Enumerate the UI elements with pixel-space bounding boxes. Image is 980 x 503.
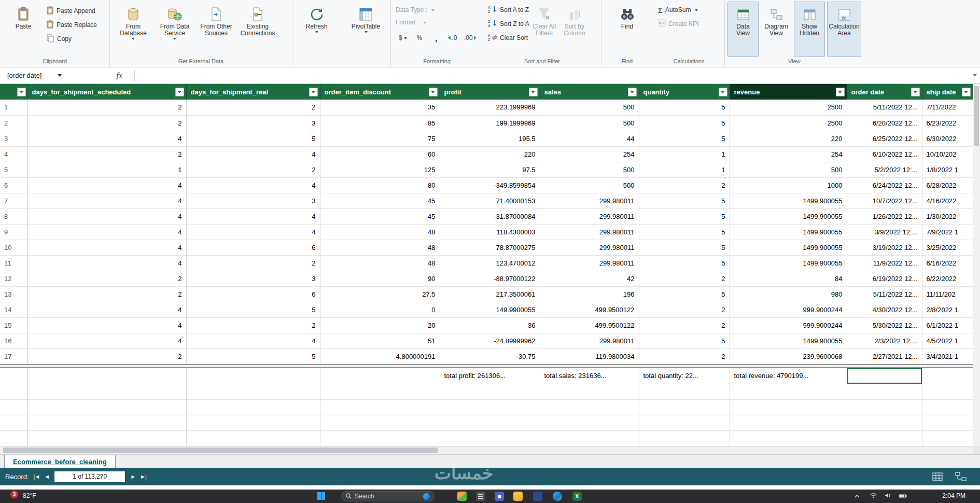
cell[interactable]: 4 [186,208,320,224]
cell[interactable]: 5 [186,131,320,146]
cell[interactable]: 51 [320,333,440,348]
cell[interactable]: 6/25/2022 12... [847,131,922,146]
filter-dropdown-icon[interactable] [175,88,184,96]
calc-cell[interactable] [27,415,186,430]
column-header-days-for-shipment-scheduled[interactable]: days_for_shipment_scheduled [27,84,186,100]
cell[interactable]: -24.89999962 [440,333,540,348]
cell[interactable]: 2 [186,100,320,115]
cell[interactable]: 97.5 [440,162,540,177]
cell[interactable]: 500 [540,162,639,177]
cell[interactable]: 254 [540,146,639,162]
cell[interactable]: 4 [27,208,186,224]
cell[interactable]: 5 [639,255,730,271]
paste-append-button[interactable]: Paste Append [46,6,97,16]
cell[interactable]: 4 [27,193,186,208]
column-header-order-item-discount[interactable]: order_item_discount [320,84,440,100]
expand-formula-bar-button[interactable] [970,74,980,77]
cell[interactable]: 10/10/202 [922,146,973,162]
calculation-area-button[interactable]: fx Calculation Area [827,2,861,57]
last-record-button[interactable]: ►| [140,473,146,480]
cell[interactable]: 3/25/2022 [922,240,973,255]
calc-cell[interactable] [440,384,540,399]
cell[interactable]: 1499.900055 [730,193,847,208]
cell[interactable]: 20 [320,317,440,333]
cell[interactable]: 4/30/2022 12... [847,302,922,317]
previous-record-button[interactable]: ◄ [44,473,49,480]
cell[interactable]: 3 [186,193,320,208]
cell[interactable]: 1499.900055 [730,224,847,240]
cell[interactable]: 299.980011 [540,224,639,240]
cell[interactable]: 1499.900055 [730,240,847,255]
cell[interactable]: 499.9500122 [540,317,639,333]
data-view-button[interactable]: Data View [727,2,759,57]
calc-cell[interactable] [540,430,639,446]
cell[interactable]: 4 [27,131,186,146]
cell[interactable]: 123.4700012 [440,255,540,271]
calc-cell[interactable] [186,384,320,399]
calc-cell[interactable] [320,368,440,384]
row-number[interactable]: 17 [0,348,27,364]
calculation-area-splitter[interactable] [0,364,973,368]
edge-browser-icon[interactable] [553,492,562,501]
formula-input[interactable] [135,67,970,83]
cell[interactable]: 6/16/2022 [922,255,973,271]
format-dropdown[interactable]: Format : [396,17,479,27]
cell[interactable]: 5 [186,302,320,317]
cell[interactable]: 499.9500122 [540,302,639,317]
cell[interactable]: 6/28/2022 [922,177,973,193]
cell[interactable]: 2 [27,146,186,162]
cell[interactable]: 35 [320,100,440,115]
paste-replace-button[interactable]: Paste Replace [46,20,97,30]
cell[interactable]: 6 [186,240,320,255]
measure-total-quantity[interactable]: total quantity: 22... [639,368,730,384]
column-header-sales[interactable]: sales [540,84,639,100]
cell[interactable]: 5/2/2022 12:... [847,162,922,177]
select-all-corner[interactable] [0,84,27,100]
calc-cell[interactable] [320,415,440,430]
cell[interactable]: 5/11/2022 12... [847,286,922,302]
row-number[interactable]: 16 [0,333,27,348]
find-button[interactable]: Find [607,2,648,57]
cell[interactable]: 4.800000191 [320,348,440,364]
cell[interactable]: 4 [27,224,186,240]
calc-cell[interactable] [540,415,639,430]
cell[interactable]: 5 [639,240,730,255]
cell[interactable]: 1 [639,162,730,177]
column-header-ship-date[interactable]: ship date [922,84,973,100]
cell[interactable]: 7/11/2022 [922,100,973,115]
horizontal-scrollbar-thumb[interactable] [3,448,438,453]
cell[interactable]: 4 [186,177,320,193]
calc-cell[interactable] [730,415,847,430]
notification-badge[interactable]: 3 [10,491,18,498]
filter-dropdown-icon[interactable] [836,88,845,96]
cell[interactable]: 4/16/2022 [922,193,973,208]
cell[interactable]: 1/26/2022 12... [847,208,922,224]
cell[interactable]: 119.9800034 [540,348,639,364]
cell[interactable]: 4 [27,177,186,193]
cell[interactable]: 1499.900055 [730,333,847,348]
cell[interactable]: 220 [730,131,847,146]
cell[interactable]: 48 [320,224,440,240]
calc-cell[interactable] [730,384,847,399]
cell[interactable]: 2500 [730,115,847,131]
cell[interactable]: 6/20/2022 12... [847,115,922,131]
cell[interactable]: 1 [639,146,730,162]
cell[interactable]: 1000 [730,177,847,193]
create-kpi-button[interactable]: Create KPI [658,19,699,29]
currency-format-button[interactable]: $ [396,32,410,44]
cell[interactable]: 2 [639,317,730,333]
cell[interactable]: 2 [27,271,186,286]
next-record-button[interactable]: ► [130,473,135,480]
calc-cell[interactable] [730,399,847,415]
thousands-separator-button[interactable]: , [429,32,443,44]
clock[interactable]: 2:04 PM [942,492,965,499]
cell[interactable]: 4 [27,317,186,333]
cell[interactable]: 4 [27,302,186,317]
cell[interactable]: 3 [186,271,320,286]
refresh-button[interactable]: Refresh [296,2,338,57]
cell[interactable]: 2 [639,348,730,364]
calc-cell[interactable] [27,368,186,384]
clear-all-filters-button[interactable]: Clear All Filters [529,2,559,57]
calc-cell[interactable] [922,430,973,446]
cell[interactable]: 1 [27,162,186,177]
